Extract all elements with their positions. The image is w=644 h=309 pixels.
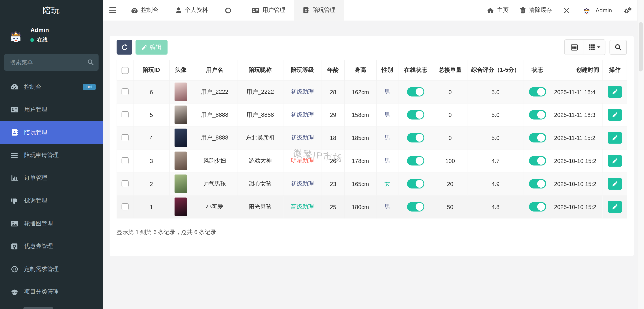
status-toggle[interactable]: [529, 110, 546, 120]
grid-view-button[interactable]: [584, 40, 605, 54]
row-checkbox[interactable]: [122, 180, 128, 187]
bar-chart-icon: [10, 174, 19, 182]
cell-orders: 50: [433, 195, 467, 218]
cell-height: 178cm: [344, 149, 376, 172]
row-edit-button[interactable]: [608, 109, 622, 121]
row-checkbox[interactable]: [122, 158, 128, 164]
thumbs-down-icon: [10, 197, 19, 205]
row-checkbox[interactable]: [122, 134, 128, 141]
clear-cache-link[interactable]: 清除缓存: [514, 0, 558, 20]
sidebar-item-complaints[interactable]: 投诉管理: [0, 190, 103, 212]
cell-height: 185cm: [344, 126, 376, 149]
sidebar-item-coupons[interactable]: 优惠券管理: [0, 235, 103, 258]
tab-profile[interactable]: 个人资料: [167, 0, 216, 20]
online-toggle[interactable]: [407, 156, 424, 166]
table-toolbar: 编辑: [117, 39, 627, 55]
refresh-button[interactable]: [117, 40, 132, 54]
sidebar-item-project-categories[interactable]: 项目分类管理: [0, 280, 103, 304]
sidebar-item-carousel[interactable]: 轮播图管理: [0, 212, 103, 235]
sidebar-item-dashboard[interactable]: 控制台 hot: [0, 76, 103, 98]
online-toggle[interactable]: [407, 87, 424, 96]
search-menu-input[interactable]: [4, 54, 98, 70]
content-area: 编辑: [103, 20, 637, 309]
select-all-checkbox[interactable]: [122, 67, 128, 74]
address-book-icon: [10, 128, 19, 136]
online-toggle[interactable]: [407, 110, 424, 120]
column-header: 总接单量: [433, 60, 467, 80]
app-window: 陪玩 Admin 在线: [0, 0, 644, 309]
home-link[interactable]: 主页: [482, 0, 514, 20]
online-dot: [30, 38, 34, 42]
pencil-icon: [612, 89, 618, 94]
column-header: 在线状态: [398, 60, 433, 80]
cell-age: 29: [322, 103, 344, 126]
coupon-icon: [10, 242, 19, 250]
page-scrollbar[interactable]: [637, 0, 644, 309]
column-header: 创建时间: [551, 60, 603, 80]
cell-status: [524, 149, 551, 172]
online-toggle[interactable]: [407, 202, 424, 212]
status-toggle[interactable]: [529, 133, 546, 142]
row-checkbox[interactable]: [122, 204, 128, 210]
cell-username: 用户_8888: [192, 103, 237, 126]
row-edit-button[interactable]: [608, 201, 622, 213]
scrollbar-thumb[interactable]: [639, 22, 643, 71]
list-view-button[interactable]: [564, 40, 584, 54]
tab-companions[interactable]: 陪玩管理: [294, 0, 344, 20]
status-toggle[interactable]: [529, 179, 546, 188]
tab-circle[interactable]: [216, 0, 243, 20]
settings-button[interactable]: [618, 0, 637, 20]
column-header: 性别: [376, 60, 398, 80]
cell-age: 26: [322, 149, 344, 172]
sidebar-toggle[interactable]: [103, 0, 122, 20]
status-toggle[interactable]: [529, 202, 546, 212]
pencil-icon: [612, 181, 618, 186]
sidebar-item-custom-requirements[interactable]: 定制需求管理: [0, 258, 103, 280]
row-checkbox[interactable]: [122, 111, 128, 118]
app-title: 陪玩: [0, 0, 103, 20]
sidebar-item-orders[interactable]: 订单管理: [0, 167, 103, 190]
row-edit-button[interactable]: [608, 178, 622, 190]
cell-id: 4: [133, 126, 170, 149]
status-toggle[interactable]: [529, 87, 546, 96]
cell-created: 2025-11-11 18:3: [551, 103, 603, 126]
cell-actions: [603, 195, 627, 218]
home-icon: [487, 7, 494, 14]
pencil-icon: [612, 158, 618, 164]
edit-button[interactable]: 编辑: [136, 40, 168, 54]
sidebar-search: [4, 54, 98, 70]
table-search-button[interactable]: [610, 40, 627, 54]
sidebar-item-companions[interactable]: 陪玩管理: [0, 121, 103, 144]
fullscreen-button[interactable]: [558, 0, 576, 20]
cell-nickname: 用户_2222: [237, 80, 283, 103]
cell-created: 2025-10-10 15:2: [551, 149, 603, 172]
sidebar-item-companion-applications[interactable]: 陪玩申请管理: [0, 144, 103, 167]
row-edit-button[interactable]: [608, 155, 622, 166]
table-header-row: 陪玩ID 头像 用户名 陪玩昵称 陪玩等级 年龄 身高 性别 在线状态 总接单量…: [117, 60, 627, 80]
gauge-icon: [131, 7, 138, 14]
online-toggle[interactable]: [407, 179, 424, 188]
cell-level: 初级助理: [283, 103, 322, 126]
row-edit-button[interactable]: [608, 132, 622, 144]
sidebar-item-users[interactable]: 用户管理: [0, 98, 103, 121]
expand-arrows-icon: [564, 7, 570, 14]
cell-age: 25: [322, 195, 344, 218]
status-toggle[interactable]: [529, 156, 546, 166]
cell-rating: 4.7: [467, 149, 524, 172]
sidebar-item-label: 项目分类管理: [24, 288, 58, 296]
online-toggle[interactable]: [407, 133, 424, 142]
id-card-icon: [252, 7, 259, 14]
cell-orders: 0: [433, 80, 467, 103]
sidebar-item-label: 投诉管理: [24, 197, 47, 204]
cell-actions: [603, 172, 627, 195]
cell-nickname: 阳光男孩: [237, 195, 283, 218]
search-icon[interactable]: [88, 59, 94, 65]
tab-dashboard[interactable]: 控制台: [122, 0, 167, 20]
row-edit-button[interactable]: [608, 86, 622, 98]
cell-actions: [603, 80, 627, 103]
column-header: 陪玩昵称: [237, 60, 283, 80]
row-checkbox[interactable]: [122, 88, 128, 96]
user-menu[interactable]: Admin: [576, 0, 618, 20]
tab-users[interactable]: 用户管理: [243, 0, 294, 20]
avatar: [6, 26, 26, 45]
